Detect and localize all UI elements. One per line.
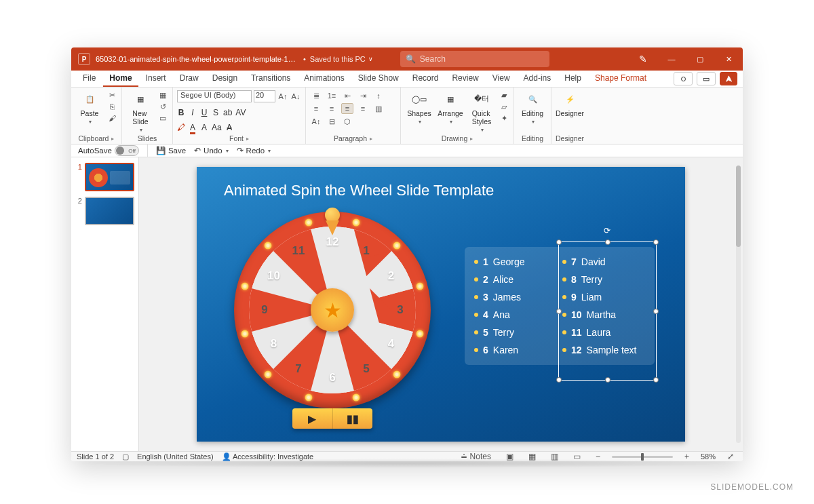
shape-outline-button[interactable]: ▱ xyxy=(499,102,509,111)
tab-file[interactable]: File xyxy=(77,71,102,87)
tab-design[interactable]: Design xyxy=(206,71,244,87)
camera-button[interactable] xyxy=(674,72,693,85)
resize-handle[interactable] xyxy=(653,377,659,383)
minimize-button[interactable]: ― xyxy=(657,47,686,71)
resize-handle[interactable] xyxy=(653,239,659,245)
font-name-select[interactable]: Segoe UI (Body) xyxy=(177,90,252,102)
share-button[interactable]: ▭ xyxy=(697,72,716,85)
close-button[interactable]: ✕ xyxy=(714,47,743,71)
thumbnail-1[interactable] xyxy=(85,163,134,191)
resize-handle[interactable] xyxy=(605,239,610,245)
indent-inc-button[interactable]: ⇥ xyxy=(357,90,369,101)
numbering-button[interactable]: 1≡ xyxy=(326,90,338,101)
search-box[interactable]: 🔍 xyxy=(400,51,549,67)
tab-slideshow[interactable]: Slide Show xyxy=(352,71,405,87)
cut-button[interactable]: ✂ xyxy=(106,90,117,100)
justify-button[interactable]: ≡ xyxy=(357,103,369,114)
format-painter-button[interactable]: 🖌 xyxy=(106,113,117,123)
paste-button[interactable]: 📋Paste▾ xyxy=(75,90,104,125)
list-item[interactable]: 4Ana xyxy=(474,309,557,320)
list-item[interactable]: 10Martha xyxy=(562,309,645,320)
align-right-button[interactable]: ≡ xyxy=(341,103,353,114)
list-item[interactable]: 7David xyxy=(562,256,645,267)
columns-button[interactable]: ▥ xyxy=(372,103,385,114)
indent-dec-button[interactable]: ⇤ xyxy=(341,90,353,101)
editing-button[interactable]: 🔍Editing▾ xyxy=(518,90,547,125)
tab-view[interactable]: View xyxy=(486,71,516,87)
align-text-button[interactable]: ⊟ xyxy=(326,116,338,127)
list-item[interactable]: 3James xyxy=(474,292,557,303)
list-item[interactable]: 1George xyxy=(474,256,557,267)
change-case-button[interactable]: Aa xyxy=(212,123,222,132)
highlight-button[interactable]: 🖍 xyxy=(177,123,185,132)
char-spacing-button[interactable]: A̶ xyxy=(225,123,233,132)
line-spacing-button[interactable]: ↕ xyxy=(372,90,385,101)
tab-insert[interactable]: Insert xyxy=(140,71,172,87)
font-color-button[interactable]: A xyxy=(189,123,197,132)
underline-button[interactable]: U xyxy=(200,108,208,117)
copy-button[interactable]: ⎘ xyxy=(106,102,117,111)
autosave-toggle[interactable]: AutoSave Off xyxy=(78,145,139,156)
font-size-select[interactable]: 20 xyxy=(254,90,275,102)
launcher-icon[interactable]: ▸ xyxy=(111,136,114,142)
search-input[interactable] xyxy=(420,54,544,64)
tab-draw[interactable]: Draw xyxy=(174,71,205,87)
resize-handle[interactable] xyxy=(605,377,610,383)
text-direction-button[interactable]: A↕ xyxy=(310,116,322,127)
tab-review[interactable]: Review xyxy=(446,71,484,87)
redo-button[interactable]: ↷Redo▾ xyxy=(237,146,271,155)
collapse-ribbon-button[interactable]: ⮝ xyxy=(720,72,737,85)
chevron-down-icon[interactable]: ∨ xyxy=(368,56,373,62)
maximize-button[interactable]: ▢ xyxy=(686,47,714,71)
list-item[interactable]: 6Karen xyxy=(474,345,557,355)
thumbnail-2[interactable] xyxy=(85,197,134,225)
quick-styles-button[interactable]: �터Quick Styles▾ xyxy=(467,90,496,133)
layout-button[interactable]: ▦ xyxy=(157,90,168,100)
shapes-button[interactable]: ◯▭Shapes▾ xyxy=(405,90,433,125)
shadow-button[interactable]: ab xyxy=(223,108,232,117)
launcher-icon[interactable]: ▸ xyxy=(470,136,473,142)
align-left-button[interactable]: ≡ xyxy=(310,103,322,114)
section-button[interactable]: ▭ xyxy=(157,113,168,123)
reset-button[interactable]: ↺ xyxy=(157,102,168,111)
tab-addins[interactable]: Add-ins xyxy=(518,71,558,87)
save-status[interactable]: Saved to this PC xyxy=(310,55,366,63)
spacing-button[interactable]: AV xyxy=(235,108,246,117)
italic-button[interactable]: I xyxy=(189,108,197,117)
pen-icon[interactable]: ✎ xyxy=(629,47,657,71)
list-item[interactable]: 2Alice xyxy=(474,274,557,285)
designer-button[interactable]: ⚡Designer xyxy=(556,90,584,117)
tab-transitions[interactable]: Transitions xyxy=(245,71,296,87)
increase-font-button[interactable]: A↑ xyxy=(277,92,288,101)
new-slide-button[interactable]: ▦New Slide▾ xyxy=(126,90,155,133)
list-item[interactable]: 12Sample text xyxy=(562,345,645,355)
spin-wheel[interactable]: 121234567891011 ★ ▶ ▮▮ xyxy=(234,212,431,408)
arrange-button[interactable]: ▦Arrange▾ xyxy=(436,90,465,125)
smartart-button[interactable]: ⬡ xyxy=(341,116,353,127)
slide-canvas[interactable]: Animated Spin the Wheel Slide Template 1… xyxy=(139,157,743,451)
vertical-scrollbar[interactable] xyxy=(735,157,742,451)
tab-record[interactable]: Record xyxy=(406,71,445,87)
list-item[interactable]: 9Liam xyxy=(562,292,645,303)
strike-button[interactable]: S xyxy=(212,108,220,117)
rotate-handle[interactable]: ⟳ xyxy=(604,226,612,234)
bullets-button[interactable]: ≣ xyxy=(310,90,322,101)
bold-button[interactable]: B xyxy=(177,108,185,117)
save-button[interactable]: 💾Save xyxy=(156,146,186,155)
launcher-icon[interactable]: ▸ xyxy=(246,136,249,142)
names-panel[interactable]: 1George2Alice3James4Ana5Terry6Karen 7Dav… xyxy=(465,247,655,365)
slide-title[interactable]: Animated Spin the Wheel Slide Template xyxy=(224,182,494,199)
pause-button[interactable]: ▮▮ xyxy=(332,408,373,429)
tab-animations[interactable]: Animations xyxy=(298,71,350,87)
resize-handle[interactable] xyxy=(556,239,562,245)
launcher-icon[interactable]: ▸ xyxy=(370,136,372,142)
tab-help[interactable]: Help xyxy=(558,71,587,87)
undo-button[interactable]: ↶Undo▾ xyxy=(194,146,229,155)
align-center-button[interactable]: ≡ xyxy=(326,103,338,114)
list-item[interactable]: 5Terry xyxy=(474,327,557,338)
zoom-slider[interactable] xyxy=(612,456,673,458)
tab-shapeformat[interactable]: Shape Format xyxy=(589,71,653,87)
play-button[interactable]: ▶ xyxy=(292,408,332,429)
shape-fill-button[interactable]: ▰ xyxy=(499,90,509,100)
resize-handle[interactable] xyxy=(556,377,562,383)
